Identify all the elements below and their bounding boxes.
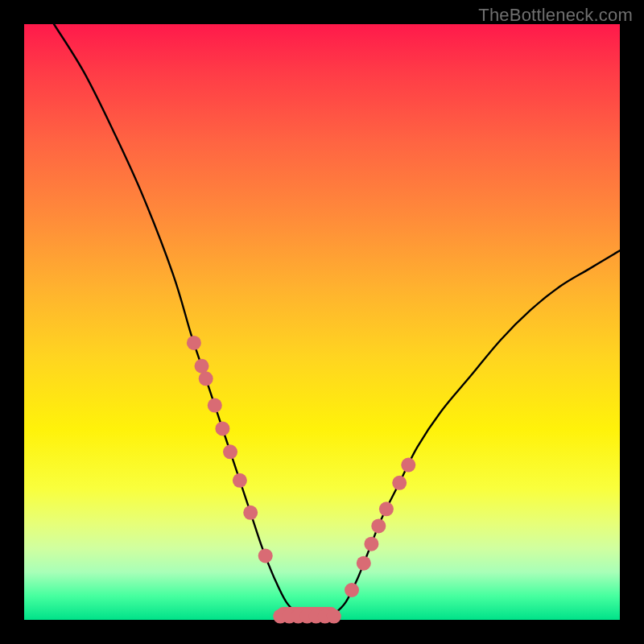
curve-marker [223, 444, 237, 459]
curve-marker [208, 398, 222, 413]
curve-markers [187, 336, 415, 624]
chart-frame: TheBottleneck.com [0, 0, 644, 644]
curve-marker [233, 473, 247, 488]
bottleneck-curve-svg [24, 24, 620, 620]
curve-marker [215, 421, 229, 436]
curve-marker [187, 336, 201, 350]
curve-marker [199, 371, 213, 386]
curve-marker [379, 502, 394, 516]
curve-marker [243, 506, 258, 520]
curve-marker [401, 458, 415, 473]
curve-marker [392, 476, 407, 490]
curve-marker [195, 359, 209, 374]
curve-marker [357, 556, 371, 571]
curve-marker [345, 583, 359, 597]
curve-marker [258, 548, 273, 563]
curve-marker [327, 609, 341, 624]
bottleneck-curve-path [54, 24, 620, 621]
plot-area [24, 24, 620, 620]
watermark-text: TheBottleneck.com [478, 5, 633, 26]
curve-marker [371, 518, 386, 533]
curve-marker [364, 537, 378, 551]
